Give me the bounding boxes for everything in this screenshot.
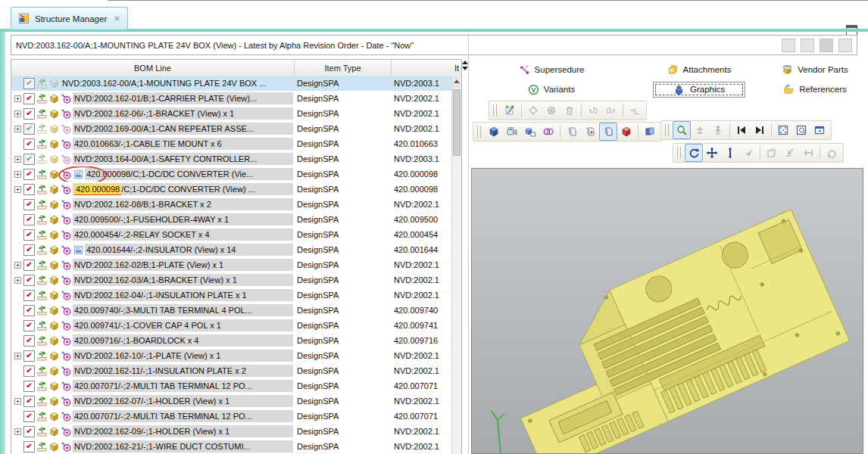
column-item-id[interactable]: It bbox=[392, 60, 461, 76]
table-row[interactable]: ✔NVD:2002.162-02/B;1-PLATE (View) x 1Des… bbox=[11, 257, 461, 272]
row-checkbox[interactable]: ✔ bbox=[23, 169, 35, 180]
scrollbar-thumb[interactable] bbox=[453, 89, 461, 156]
face-display-icon[interactable] bbox=[563, 123, 581, 141]
row-checkbox[interactable]: ✔ bbox=[23, 365, 35, 377]
measure-icon[interactable] bbox=[691, 121, 709, 139]
fit-view-icon[interactable] bbox=[774, 121, 792, 139]
row-checkbox[interactable]: ✔ bbox=[23, 244, 35, 256]
new-window-icon[interactable] bbox=[810, 121, 829, 139]
table-row[interactable]: ✔NVD:2002.162-04/-;1-INSULATION PLATE x … bbox=[11, 288, 461, 303]
table-row[interactable]: ✔420.009741/-;1-COVER CAP 4 POL x 1Desig… bbox=[11, 318, 461, 333]
row-checkbox[interactable]: ✔ bbox=[23, 260, 35, 271]
row-checkbox[interactable]: ✔ bbox=[23, 229, 35, 241]
row-checkbox[interactable]: ✔ bbox=[23, 381, 35, 392]
table-row[interactable]: ✔420.007071/-;2-MULTI TAB TERMINAL 12 PO… bbox=[11, 409, 461, 424]
linked-rings-icon[interactable] bbox=[539, 123, 557, 141]
expander-plus-icon[interactable] bbox=[13, 427, 23, 437]
walk-icon[interactable] bbox=[709, 121, 727, 139]
row-checkbox[interactable]: ✔ bbox=[23, 426, 35, 437]
fly-icon[interactable] bbox=[739, 144, 757, 162]
table-row[interactable]: ✔NVD:2002.162-01/B;1-CARRIER PLATE (View… bbox=[11, 91, 461, 106]
expander-plus-icon[interactable] bbox=[13, 169, 23, 179]
face-selected-icon[interactable] bbox=[599, 123, 617, 141]
table-row[interactable]: ✔420.010663/-;1-CABLE TIE MOUNT x 6Desig… bbox=[11, 136, 461, 151]
row-checkbox[interactable]: ✔ bbox=[23, 335, 35, 347]
diamond-delete-icon[interactable] bbox=[542, 101, 560, 120]
table-row[interactable]: ✔420.009500/-;1-FUSEHOLDER-4WAY x 1Desig… bbox=[11, 212, 461, 227]
diamond-icon[interactable] bbox=[524, 101, 542, 120]
row-checkbox[interactable]: ✔ bbox=[23, 154, 35, 165]
table-row[interactable]: ✔NVD:2003.162-00/A;1-MOUNTING PLATE 24V … bbox=[11, 76, 461, 91]
row-checkbox[interactable]: ✔ bbox=[23, 108, 35, 120]
solid-cube-icon[interactable] bbox=[485, 123, 503, 141]
header-button-1[interactable] bbox=[782, 39, 795, 52]
expander-plus-icon[interactable] bbox=[13, 275, 23, 285]
row-checkbox[interactable]: ✔ bbox=[23, 441, 35, 452]
related-view-attachments[interactable]: Attachments bbox=[667, 64, 732, 76]
cube-box-icon[interactable] bbox=[521, 123, 539, 141]
rotate-right-icon[interactable] bbox=[602, 101, 620, 120]
rotate-view-icon[interactable] bbox=[685, 144, 703, 162]
splitter-collapse-icon[interactable] bbox=[462, 61, 469, 76]
graphics-viewport[interactable] bbox=[471, 168, 863, 454]
toolbar-grip[interactable] bbox=[493, 104, 497, 117]
expander-plus-icon[interactable] bbox=[13, 124, 23, 134]
table-row[interactable]: ✔NVD:2002.162-21/-;1-WIRE DUCT COSTUMI..… bbox=[11, 439, 461, 454]
trash-icon[interactable] bbox=[560, 101, 579, 120]
row-checkbox[interactable]: ✔ bbox=[23, 396, 35, 407]
header-button-3[interactable] bbox=[820, 39, 833, 52]
table-row[interactable]: ✔NVD:2002.162-07/-;1-HOLDER (View) x 1De… bbox=[11, 393, 461, 409]
table-row[interactable]: ✔420.009716/-;1-BOARDLOCK x 4DesignSPA42… bbox=[11, 333, 461, 348]
table-row[interactable]: ✔NVD:2002.162-10/-;1-PLATE (View) x 1Des… bbox=[11, 348, 461, 363]
table-scrollbar[interactable] bbox=[451, 76, 461, 454]
table-row[interactable]: ✔NVD:2002.162-11/-;1-INSULATION PLATE x … bbox=[11, 363, 461, 378]
row-checkbox[interactable]: ✔ bbox=[23, 290, 35, 301]
table-row[interactable]: ✔420.001644/-;2-INSULATOR (View) x 14Des… bbox=[11, 242, 461, 257]
expander-plus-icon[interactable] bbox=[13, 154, 23, 164]
table-row[interactable]: ✔NVD:2002.169-00/A;1-CAN REPEATER ASSE..… bbox=[11, 121, 461, 136]
row-checkbox[interactable]: ✔ bbox=[23, 78, 35, 89]
double-cube-icon[interactable] bbox=[641, 123, 659, 141]
connector-icon[interactable] bbox=[626, 101, 644, 120]
row-checkbox[interactable]: ✔ bbox=[23, 184, 35, 195]
panel-splitter[interactable] bbox=[468, 33, 469, 454]
row-checkbox[interactable]: ✔ bbox=[23, 320, 35, 331]
row-checkbox[interactable]: ✔ bbox=[23, 411, 35, 422]
column-item-type[interactable]: Item Type bbox=[295, 60, 392, 76]
toolbar-grip[interactable] bbox=[677, 147, 681, 159]
previous-icon[interactable] bbox=[732, 121, 751, 139]
column-bom-line[interactable]: BOM Line bbox=[11, 60, 295, 76]
row-checkbox[interactable]: ✔ bbox=[23, 275, 35, 286]
row-checkbox[interactable]: ✔ bbox=[23, 350, 35, 362]
row-checkbox[interactable]: ✔ bbox=[23, 138, 35, 150]
camera-icon[interactable] bbox=[503, 123, 521, 141]
table-row[interactable]: ✔420.000098/C;1-DC/DC CONVERTER (View) .… bbox=[11, 182, 461, 197]
clip-a-icon[interactable] bbox=[763, 144, 781, 162]
expander-plus-icon[interactable] bbox=[13, 185, 23, 194]
face-marked-icon[interactable] bbox=[581, 123, 599, 141]
expander-plus-icon[interactable] bbox=[13, 351, 23, 361]
table-row[interactable]: ✔420.007071/-;2-MULTI TAB TERMINAL 12 PO… bbox=[11, 378, 461, 393]
scroll-up-icon[interactable] bbox=[452, 76, 461, 87]
table-row[interactable]: ✔NVD:2002.162-09/-;1-HOLDER (View) x 1De… bbox=[11, 424, 461, 439]
zoom-select-icon[interactable] bbox=[673, 121, 691, 139]
table-row[interactable]: ✔NVD:2002.162-06/-;1-BRACKET (View) x 1D… bbox=[11, 106, 461, 121]
zoom-view-icon[interactable] bbox=[721, 144, 739, 162]
zoom-region-icon[interactable] bbox=[792, 121, 810, 139]
tab-close-icon[interactable]: ✕ bbox=[114, 14, 120, 23]
refresh-icon[interactable] bbox=[823, 144, 841, 162]
table-row[interactable]: ✔NVD:2003.164-00/A;1-SAFETY CONTROLLER..… bbox=[11, 151, 461, 166]
table-row[interactable]: ✔420.000454/-;2-RELAY SOCKET x 4DesignSP… bbox=[11, 227, 461, 242]
related-view-variants[interactable]: VVariants bbox=[528, 84, 575, 95]
expander-plus-icon[interactable] bbox=[13, 94, 23, 104]
toolbar-grip[interactable] bbox=[665, 124, 669, 136]
markup-icon[interactable] bbox=[501, 101, 519, 120]
related-view-vendor-parts[interactable]: Vendor Parts bbox=[782, 64, 848, 76]
header-button-2[interactable] bbox=[801, 39, 814, 52]
related-view-graphics[interactable]: Graphics bbox=[653, 82, 745, 98]
header-button-4[interactable] bbox=[838, 39, 852, 52]
next-icon[interactable] bbox=[751, 121, 769, 139]
related-view-supersedure[interactable]: Supersedure bbox=[519, 64, 585, 76]
clip-b-icon[interactable] bbox=[781, 144, 799, 162]
table-row[interactable]: ✔420.000098/C;1-DC/DC CONVERTER (Vie...D… bbox=[11, 166, 461, 182]
